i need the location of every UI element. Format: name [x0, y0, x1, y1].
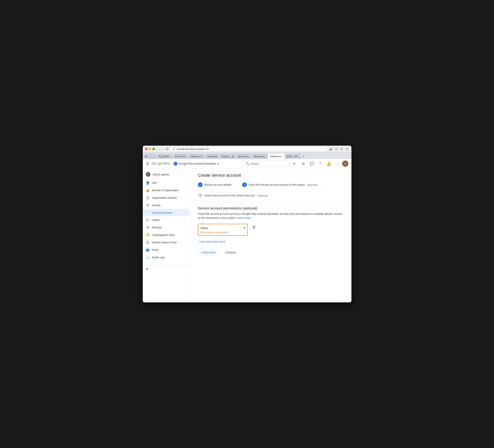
- project-name: Google Play Android Developer: [179, 162, 216, 165]
- sidebar-item-org-policies[interactable]: 📋 Organisation policies: [143, 194, 190, 201]
- google-g-logo: Google: [152, 162, 163, 166]
- tab-de[interactable]: de: [144, 154, 157, 159]
- sidebar-label-quotas: Quotas: [152, 204, 161, 207]
- back-button[interactable]: ‹: [158, 147, 161, 151]
- chevron-down-icon: ▾: [217, 162, 219, 165]
- sidebar-item-roles[interactable]: 👥 Roles: [143, 246, 190, 253]
- step3-optional: (optional): [258, 194, 268, 197]
- tab-label: Service acc...: [254, 155, 266, 158]
- sidebar-label-org-policies: Organisation policies: [152, 196, 177, 199]
- project-selector[interactable]: ⬡ Google Play Android Developer ▾: [172, 161, 220, 166]
- learn-more-link[interactable]: Learn more: [237, 216, 251, 219]
- step3-circle: 3: [198, 193, 203, 198]
- hamburger-menu[interactable]: ☰: [146, 161, 149, 166]
- step2: 2 Grant this service account access to t…: [242, 182, 317, 187]
- sidebar-item-iam[interactable]: 👤 IAM: [143, 179, 190, 187]
- notifications-icon[interactable]: 🔔: [325, 160, 332, 167]
- role-row: Role Owner ▾ Full access to all resource…: [198, 224, 345, 236]
- permissions-description: Grant this service account access to Goo…: [198, 212, 345, 220]
- tab-stores[interactable]: Stores - Sm...: [285, 154, 301, 159]
- identity-aware-icon: 📡: [146, 240, 150, 244]
- address-bar[interactable]: 🔒 console.developers.google.com: [171, 147, 327, 151]
- search-input[interactable]: [250, 162, 287, 165]
- delete-role-button[interactable]: 🗑: [251, 224, 257, 231]
- chat-icon[interactable]: 💬: [309, 160, 315, 167]
- iam-admin-icon: 🛡: [146, 172, 150, 177]
- sidebar-item-identity[interactable]: 🔒 Identity & Organisation: [143, 187, 190, 194]
- roles-icon: 👥: [146, 248, 150, 252]
- role-selector-container: Role Owner ▾ Full access to all resource…: [198, 224, 248, 236]
- sidebar-collapse-button[interactable]: ◀: [143, 265, 192, 273]
- continue-button[interactable]: CONTINUE: [198, 249, 219, 256]
- tab-fragment[interactable]: Fragmen... 🔊: [220, 154, 236, 159]
- tab-api1[interactable]: API access...: [173, 154, 188, 159]
- tab-label: API access...: [175, 155, 187, 158]
- add-role-button[interactable]: + ADD ANOTHER ROLE: [198, 239, 225, 245]
- sidebar-label-audit-logs: Audit Logs: [152, 256, 165, 259]
- iam-icon: 👤: [146, 181, 150, 185]
- title-bar: ‹ › ⊡ 🔒 console.developers.google.com 🔊 …: [143, 146, 351, 152]
- app-header: ☰ Google APIs ⬡ Google Play Android Deve…: [143, 159, 351, 168]
- reload-icon[interactable]: ↻: [334, 147, 338, 151]
- step1: ✓ Service account details: [198, 182, 232, 187]
- maximize-button[interactable]: [152, 148, 155, 150]
- search-box[interactable]: 🔍: [243, 161, 289, 166]
- close-button[interactable]: [145, 148, 148, 150]
- sidebar-item-settings[interactable]: ⚙ Settings: [143, 224, 190, 231]
- google-apis-logo: Google APIs: [152, 162, 170, 166]
- tab-publish[interactable]: Publish to G...: [189, 154, 205, 159]
- sidebar-label-settings: Settings: [152, 226, 162, 229]
- cancel-button[interactable]: CANCEL: [222, 249, 240, 256]
- role-hint: Full access to all resources.: [201, 231, 245, 234]
- avatar[interactable]: A: [342, 161, 348, 167]
- sidebar-item-audit-logs[interactable]: 📃 Audit Logs: [143, 253, 190, 261]
- sidebar-label-identity: Identity & Organisation: [152, 189, 179, 192]
- forward-button[interactable]: ›: [161, 147, 164, 151]
- sidebar-item-labels[interactable]: 🏷 Labels: [143, 216, 190, 224]
- lock-icon: 🔒: [173, 148, 175, 150]
- search-icon: 🔍: [246, 162, 249, 165]
- address-text: console.developers.google.com: [176, 148, 209, 150]
- labels-icon: 🏷: [146, 218, 150, 222]
- audio-icon[interactable]: 🔊: [329, 147, 333, 151]
- help-icon[interactable]: ?: [317, 160, 324, 167]
- org-policies-icon: 📋: [146, 196, 150, 199]
- share-icon[interactable]: ⬆: [340, 147, 344, 151]
- step3: 3 Grant users access to this service acc…: [198, 192, 345, 199]
- app-body: 🛡 IAM & admin 👤 IAM 🔒 Identity & Organis…: [143, 168, 351, 302]
- traffic-lights: [145, 148, 155, 150]
- sidebar-item-service-accounts[interactable]: 📄 Service accounts: [143, 209, 190, 216]
- quotas-icon: ⊞: [146, 203, 150, 207]
- tab-label: Stores - Sm...: [286, 155, 299, 158]
- tab-label: Bug 59400:...: [159, 155, 171, 158]
- identity-icon: 🔒: [146, 188, 150, 192]
- settings-icon: ⚙: [146, 225, 150, 229]
- tab-api2[interactable]: API access...: [236, 154, 252, 159]
- page-title: Create service account: [198, 173, 345, 178]
- header-icons: ⊞ 💬 ? 🔔 ⋮ A: [300, 160, 348, 167]
- more-icon[interactable]: ⋮: [334, 160, 341, 167]
- step2-label: Grant this service account access to the…: [248, 183, 305, 186]
- audit-logs-icon: 📃: [146, 255, 150, 259]
- role-select[interactable]: Owner ▾: [201, 226, 245, 230]
- tab-view-icon[interactable]: ⊡: [165, 147, 169, 151]
- tab-label: Publish to G...: [190, 155, 204, 158]
- sidebar-item-crypto-keys[interactable]: 🔑 Cryptographic keys: [143, 231, 190, 238]
- header-search: 🔍 ▾: [243, 160, 298, 167]
- tab-label: Grammarly: [207, 155, 218, 158]
- sidebar-item-identity-aware[interactable]: 📡 Identity-Aware Proxy: [143, 238, 190, 246]
- apps-icon[interactable]: ⊞: [300, 160, 307, 167]
- tab-grammarly[interactable]: Grammarly: [206, 154, 219, 159]
- duplicate-icon[interactable]: ⊡: [345, 147, 349, 151]
- minimize-button[interactable]: [149, 148, 151, 150]
- tab-service-acc[interactable]: Service acc...: [252, 154, 268, 159]
- sidebar-item-quotas[interactable]: ⊞ Quotas: [143, 201, 190, 209]
- tab-create-serv[interactable]: Create servi...: [268, 154, 284, 159]
- tab-bug[interactable]: Bug 59400:...: [157, 154, 173, 159]
- permissions-section-title: Service account permissions (optional): [198, 206, 345, 210]
- sidebar-label-identity-aware: Identity-Aware Proxy: [152, 241, 177, 244]
- apis-label: APIs: [163, 162, 170, 165]
- new-tab-button[interactable]: +: [301, 154, 306, 159]
- action-buttons: CONTINUE CANCEL: [198, 249, 345, 256]
- search-expand-icon[interactable]: ▾: [291, 160, 298, 167]
